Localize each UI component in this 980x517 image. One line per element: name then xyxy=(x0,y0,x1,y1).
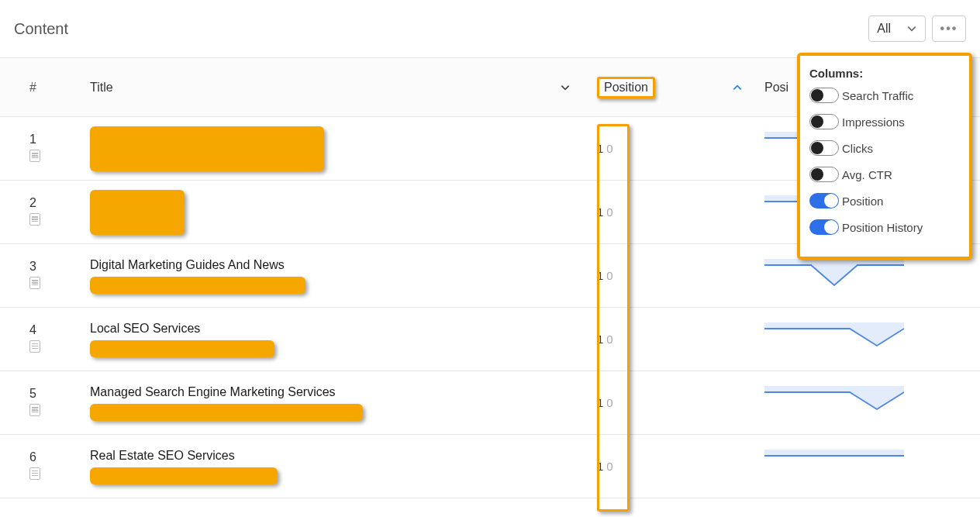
row-number: 1 xyxy=(0,133,78,165)
header-controls: All ••• xyxy=(868,16,966,42)
header: Content All ••• xyxy=(0,0,980,58)
row-title: Managed Search Engine Marketing Services xyxy=(90,385,586,399)
row-position-cell: 10 xyxy=(586,460,754,473)
document-icon xyxy=(29,150,40,162)
filter-select[interactable]: All xyxy=(868,16,926,42)
more-button[interactable]: ••• xyxy=(932,16,966,42)
toggle-switch[interactable] xyxy=(809,193,839,209)
toggle-label: Position xyxy=(842,195,883,208)
document-icon xyxy=(29,467,40,480)
toggle-switch[interactable] xyxy=(809,219,839,235)
toggle-label: Clicks xyxy=(842,142,873,155)
col-position-header[interactable]: Position xyxy=(586,77,754,98)
row-number: 6 xyxy=(0,450,78,483)
sparkline xyxy=(764,450,904,481)
column-toggle[interactable]: Position xyxy=(809,193,960,209)
chevron-up-icon xyxy=(732,82,743,93)
column-toggle[interactable]: Impressions xyxy=(809,114,960,129)
redacted-block xyxy=(90,277,305,294)
col-title-header[interactable]: Title xyxy=(78,81,586,95)
row-number: 3 xyxy=(0,260,78,292)
column-toggle[interactable]: Position History xyxy=(809,219,960,235)
redacted-block xyxy=(90,467,278,484)
row-title-cell xyxy=(78,126,586,171)
filter-label: All xyxy=(877,22,891,36)
redacted-block xyxy=(90,404,363,421)
columns-panel: Columns: Search TrafficImpressionsClicks… xyxy=(797,53,972,260)
chevron-down-icon xyxy=(560,82,571,93)
redacted-block xyxy=(90,340,274,357)
row-title-cell xyxy=(78,190,586,235)
row-number: 2 xyxy=(0,196,78,229)
redacted-block xyxy=(90,190,185,235)
toggle-label: Impressions xyxy=(842,115,905,129)
table-row[interactable]: 6 Real Estate SEO Services 10 xyxy=(0,435,980,498)
document-icon xyxy=(29,404,40,416)
col-history-header[interactable]: Posi xyxy=(754,81,788,95)
sparkline xyxy=(764,386,904,417)
toggle-label: Position History xyxy=(842,221,923,234)
toggle-label: Avg. CTR xyxy=(842,168,892,181)
redacted-block xyxy=(90,126,324,171)
row-position-cell: 10 xyxy=(586,396,754,409)
toggle-label: Search Traffic xyxy=(842,89,913,102)
column-toggle[interactable]: Avg. CTR xyxy=(809,167,960,182)
row-title-cell: Local SEO Services xyxy=(78,322,586,357)
column-toggle[interactable]: Clicks xyxy=(809,140,960,156)
row-title: Digital Marketing Guides And News xyxy=(90,258,586,272)
sparkline xyxy=(764,259,904,290)
toggle-switch[interactable] xyxy=(809,114,839,129)
row-position-cell: 10 xyxy=(586,333,754,346)
row-title-cell: Managed Search Engine Marketing Services xyxy=(78,385,586,421)
row-position-cell: 10 xyxy=(586,269,754,282)
row-history-cell xyxy=(754,450,904,484)
table-row[interactable]: 5 Managed Search Engine Marketing Servic… xyxy=(0,371,980,435)
row-title: Local SEO Services xyxy=(90,322,586,336)
row-title-cell: Real Estate SEO Services xyxy=(78,449,586,484)
row-history-cell xyxy=(754,259,904,293)
toggle-switch[interactable] xyxy=(809,167,839,182)
page-title: Content xyxy=(14,20,68,38)
position-highlight: Position xyxy=(597,77,655,98)
row-history-cell xyxy=(754,386,904,420)
panel-title: Columns: xyxy=(809,67,960,80)
row-title-cell: Digital Marketing Guides And News xyxy=(78,258,586,294)
document-icon xyxy=(29,213,40,226)
column-toggle[interactable]: Search Traffic xyxy=(809,88,960,103)
row-title: Real Estate SEO Services xyxy=(90,449,586,463)
row-number: 5 xyxy=(0,387,78,419)
table-row[interactable]: 4 Local SEO Services 10 xyxy=(0,308,980,371)
row-number: 4 xyxy=(0,323,78,356)
col-number-header[interactable]: # xyxy=(0,81,78,95)
toggle-switch[interactable] xyxy=(809,88,839,103)
toggle-switch[interactable] xyxy=(809,140,839,156)
chevron-down-icon xyxy=(906,23,917,34)
row-history-cell xyxy=(754,322,904,357)
sparkline xyxy=(764,322,904,353)
row-position-cell: 10 xyxy=(586,142,754,155)
document-icon xyxy=(29,277,40,289)
row-position-cell: 10 xyxy=(586,205,754,219)
document-icon xyxy=(29,340,40,353)
